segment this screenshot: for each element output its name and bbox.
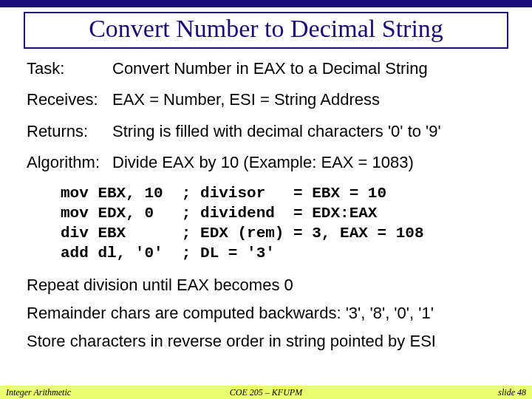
para-store: Store characters in reverse order in str… — [27, 332, 508, 350]
footer-left: Integer Arithmetic — [6, 387, 71, 398]
slide: Convert Number to Decimal String Task: C… — [0, 0, 532, 399]
label-receives: Receives: — [27, 90, 112, 109]
row-task: Task: Convert Number in EAX to a Decimal… — [27, 59, 508, 78]
label-algorithm: Algorithm: — [27, 153, 112, 171]
label-task: Task: — [27, 59, 112, 78]
footer-center: COE 205 – KFUPM — [0, 387, 532, 398]
row-returns: Returns: String is filled with decimal c… — [27, 122, 508, 140]
text-returns: String is filled with decimal characters… — [112, 122, 508, 140]
para-repeat: Repeat division until EAX becomes 0 — [27, 276, 508, 294]
title-box: Convert Number to Decimal String — [24, 12, 508, 49]
footer: Integer Arithmetic COE 205 – KFUPM slide… — [0, 386, 532, 399]
footer-right: slide 48 — [498, 387, 526, 398]
para-remainder: Remainder chars are computed backwards: … — [27, 304, 508, 322]
label-returns: Returns: — [27, 122, 112, 140]
text-receives: EAX = Number, ESI = String Address — [112, 90, 508, 109]
row-receives: Receives: EAX = Number, ESI = String Add… — [27, 90, 508, 109]
text-algorithm: Divide EAX by 10 (Example: EAX = 1083) — [112, 153, 508, 171]
row-algorithm: Algorithm: Divide EAX by 10 (Example: EA… — [27, 153, 508, 171]
slide-body: Task: Convert Number in EAX to a Decimal… — [27, 59, 508, 351]
code-block: mov EBX, 10 ; divisor = EBX = 10 mov EDX… — [61, 184, 508, 264]
slide-title: Convert Number to Decimal String — [30, 15, 502, 43]
text-task: Convert Number in EAX to a Decimal Strin… — [112, 59, 508, 78]
